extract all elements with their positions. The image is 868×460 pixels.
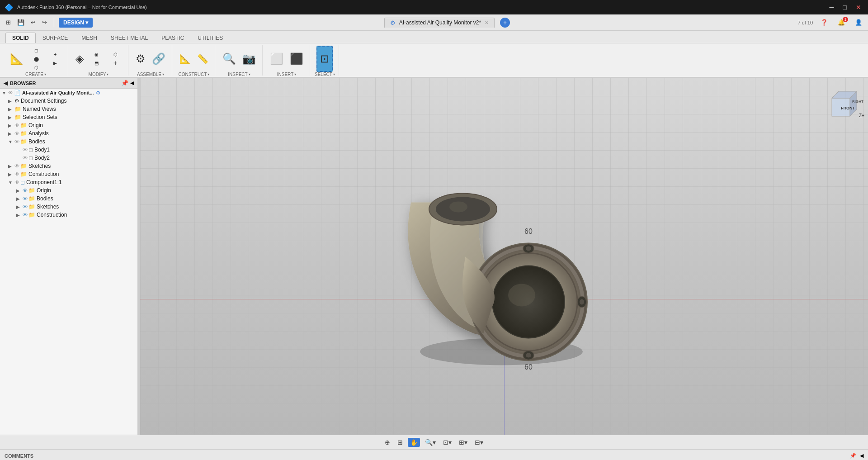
tab-solid[interactable]: SOLID (5, 33, 36, 43)
new-component-button[interactable]: ⚙ (133, 46, 148, 72)
tree-comp1-construction[interactable]: ▶ 👁 📁 Construction (0, 211, 137, 219)
viewport[interactable]: 60 60 (140, 78, 868, 435)
undo-button[interactable]: ↩ (28, 18, 38, 27)
comp1-sketches-visibility[interactable]: 👁 (23, 204, 28, 209)
select-dropdown-arrow[interactable]: ▾ (333, 72, 335, 76)
chamfer-button[interactable]: ⬒ (87, 59, 105, 67)
tab-close-icon[interactable]: ✕ (485, 20, 489, 26)
insert-dropdown-arrow[interactable]: ▾ (294, 72, 296, 76)
insert-svg-button[interactable]: ⬛ (287, 46, 306, 72)
doc-settings-toggle[interactable]: ▶ (8, 99, 14, 104)
tab-surface[interactable]: SURFACE (36, 33, 75, 43)
measure-button[interactable]: 🔍 (220, 46, 239, 72)
comp1-construction-toggle[interactable]: ▶ (16, 213, 23, 218)
sweep-button[interactable]: ⬡ (27, 64, 45, 71)
viewcube[interactable]: FRONT RIGHT Z+ (825, 85, 861, 121)
bodies-visibility[interactable]: 👁 (14, 139, 19, 144)
extrude-button[interactable]: ◻ (27, 47, 45, 54)
redo-button[interactable]: ↪ (40, 18, 49, 27)
comp1-construction-visibility[interactable]: 👁 (23, 212, 28, 218)
browser-back-icon[interactable]: ◀ (4, 80, 8, 86)
comments-pin-button[interactable]: 📌 (850, 453, 856, 459)
tree-analysis[interactable]: ▶ 👁 📁 Analysis (0, 129, 137, 138)
save-button[interactable]: 💾 (15, 18, 27, 27)
tree-component1[interactable]: ▼ 👁 ◻ Component1:1 (0, 178, 137, 186)
effects-button[interactable]: ⊞▾ (457, 438, 470, 447)
revolve-button[interactable]: ⬤ (27, 55, 45, 63)
account-button[interactable]: 👤 (853, 18, 864, 27)
tab-utilities[interactable]: UTILITIES (191, 33, 230, 43)
comp1-origin-visibility[interactable]: 👁 (23, 188, 28, 193)
sketches-visibility[interactable]: 👁 (14, 163, 19, 169)
midplane-button[interactable]: 📏 (194, 46, 211, 72)
root-toggle[interactable]: ▼ (2, 90, 8, 95)
press-pull-button[interactable]: ◈ (73, 46, 86, 72)
construction-visibility[interactable]: 👁 (14, 171, 19, 177)
viewcube-svg[interactable]: FRONT RIGHT Z+ (825, 85, 866, 125)
help-button[interactable]: ❓ (818, 18, 830, 27)
new-tab-button[interactable]: + (500, 18, 510, 28)
comp1-bodies-toggle[interactable]: ▶ (16, 196, 23, 201)
orbit-button[interactable]: ⊕ (382, 438, 392, 447)
analysis-visibility[interactable]: 👁 (14, 131, 19, 136)
origin-toggle[interactable]: ▶ (8, 123, 14, 128)
tree-comp1-origin[interactable]: ▶ 👁 📁 Origin (0, 186, 137, 194)
tree-body2[interactable]: 👁 ◻ Body2 (0, 154, 137, 162)
component1-visibility[interactable]: 👁 (14, 180, 19, 185)
zoom-button[interactable]: 🔍▾ (423, 438, 438, 447)
tree-comp1-bodies[interactable]: ▶ 👁 📁 Bodies (0, 194, 137, 203)
section-analysis-button[interactable]: 📷 (240, 46, 259, 72)
browser-expand-button[interactable]: ◀ (130, 80, 134, 86)
named-views-toggle[interactable]: ▶ (8, 107, 14, 112)
insert-mesh-button[interactable]: ⬜ (267, 46, 286, 72)
tab-plastic[interactable]: PLASTIC (155, 33, 191, 43)
tree-selection-sets[interactable]: ▶ 📁 Selection Sets (0, 113, 137, 121)
move-button[interactable]: ✛ (106, 59, 124, 67)
assemble-dropdown-arrow[interactable]: ▾ (162, 72, 164, 76)
comp1-bodies-visibility[interactable]: 👁 (23, 196, 28, 201)
analysis-toggle[interactable]: ▶ (8, 131, 14, 136)
sketches-toggle[interactable]: ▶ (8, 164, 14, 169)
tab-sheet-metal[interactable]: SHEET METAL (104, 33, 155, 43)
tree-origin[interactable]: ▶ 👁 📁 Origin (0, 121, 137, 129)
pan-button[interactable]: ✋ (408, 438, 420, 447)
tree-document-settings[interactable]: ▶ ⚙ Document Settings (0, 97, 137, 105)
create-sketch-button[interactable]: 📐 (7, 46, 26, 72)
minimize-button[interactable]: ─ (827, 4, 836, 11)
selection-sets-toggle[interactable]: ▶ (8, 115, 14, 120)
select-button[interactable]: ⊡ (316, 46, 333, 72)
tree-root[interactable]: ▼ 👁 📄 AI-assisted Air Quality Monit... ⚙ (0, 89, 137, 97)
look-at-button[interactable]: ⊞ (395, 438, 405, 447)
tree-comp1-sketches[interactable]: ▶ 👁 📁 Sketches (0, 203, 137, 211)
display-mode-button[interactable]: ⊡▾ (441, 438, 454, 447)
shell-button[interactable]: ⬡ (106, 51, 124, 58)
construction-toggle[interactable]: ▶ (8, 172, 14, 177)
joint-button[interactable]: 🔗 (149, 46, 168, 72)
tree-bodies[interactable]: ▼ 👁 📁 Bodies (0, 138, 137, 146)
body2-visibility[interactable]: 👁 (23, 155, 28, 161)
comp1-sketches-toggle[interactable]: ▶ (16, 204, 23, 209)
tree-named-views[interactable]: ▶ 📁 Named Views (0, 105, 137, 113)
grid-button[interactable]: ⊟▾ (472, 438, 486, 447)
origin-visibility[interactable]: 👁 (14, 123, 19, 128)
notification-button[interactable]: 🔔1 (835, 18, 847, 27)
comments-expand-button[interactable]: ◀ (860, 453, 863, 459)
offset-plane-button[interactable]: 📐 (177, 46, 193, 72)
fillet-button[interactable]: ◉ (87, 51, 105, 58)
document-tab[interactable]: ⚙ AI-assisted Air Quality Monitor v2* ✕ (384, 18, 495, 28)
comp1-origin-toggle[interactable]: ▶ (16, 188, 23, 193)
root-visibility[interactable]: 👁 (8, 90, 13, 95)
root-settings-icon[interactable]: ⚙ (96, 90, 100, 96)
design-dropdown[interactable]: DESIGN ▾ (59, 18, 93, 28)
construct-dropdown-arrow[interactable]: ▾ (208, 72, 209, 76)
bodies-toggle[interactable]: ▼ (8, 139, 14, 144)
tree-body1[interactable]: 👁 ◻ Body1 (0, 146, 137, 154)
modify-dropdown-arrow[interactable]: ▾ (107, 72, 108, 76)
inspect-dropdown-arrow[interactable]: ▾ (249, 72, 250, 76)
create-dropdown-arrow[interactable]: ▾ (44, 72, 46, 76)
tree-construction[interactable]: ▶ 👁 📁 Construction (0, 170, 137, 178)
tab-mesh[interactable]: MESH (75, 33, 104, 43)
component1-toggle[interactable]: ▼ (8, 180, 14, 185)
tree-sketches[interactable]: ▶ 👁 📁 Sketches (0, 162, 137, 170)
loft-button[interactable]: ✦ (46, 51, 64, 58)
